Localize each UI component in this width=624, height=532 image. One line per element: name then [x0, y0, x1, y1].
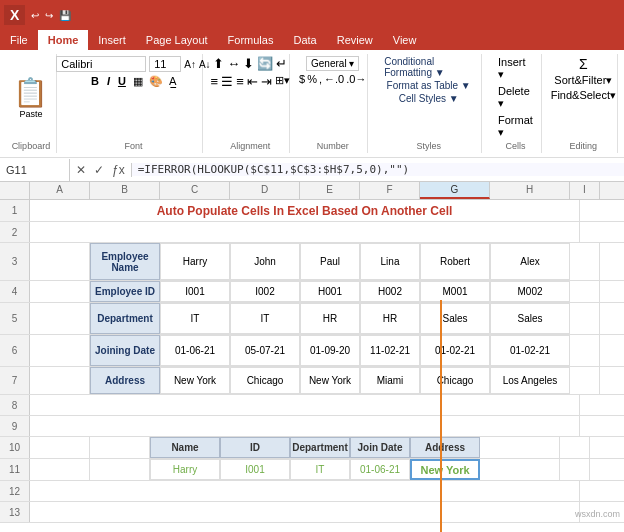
tab-data[interactable]: Data	[283, 30, 326, 50]
row-9: 9	[0, 416, 624, 437]
editing-label: Editing	[570, 139, 598, 151]
merge-cells-icon[interactable]: ⊞▾	[275, 74, 290, 89]
insert-function-icon[interactable]: ƒx	[110, 163, 127, 177]
border-icon[interactable]: ▦	[131, 75, 145, 88]
font-size-input[interactable]	[149, 56, 181, 72]
font-row1: A↑ A↓	[56, 56, 210, 72]
delete-cells-button[interactable]: Delete ▾	[498, 85, 533, 110]
font-name-input[interactable]	[56, 56, 146, 72]
undo-icon[interactable]: ↩	[31, 10, 39, 21]
r10-addr-hdr: Address	[410, 437, 480, 458]
alignment-content: ⬆ ↔ ⬇ 🔄 ↵ ≡ ☰ ≡ ⇤ ⇥ ⊞▾	[211, 56, 290, 139]
save-icon[interactable]: 💾	[59, 10, 71, 21]
decrease-decimal-icon[interactable]: ←.0	[324, 73, 344, 85]
format-as-table-button[interactable]: Format as Table ▼	[387, 80, 471, 91]
sum-button[interactable]: Σ	[579, 56, 588, 72]
r11-addr-val[interactable]: New York	[410, 459, 480, 480]
format-cells-button[interactable]: Format ▾	[498, 114, 533, 139]
tab-page-layout[interactable]: Page Layout	[136, 30, 218, 50]
decrease-indent-icon[interactable]: ⇤	[247, 74, 258, 89]
r5-i	[570, 303, 600, 334]
formula-input[interactable]: =IFERROR(HLOOKUP($C$11,$C$3:$H$7,5,0),""…	[132, 163, 624, 176]
col-header-h[interactable]: H	[490, 182, 570, 199]
row9-empty	[30, 416, 580, 436]
r3-i	[570, 243, 600, 280]
r6-d6: 01-02-21	[490, 335, 570, 366]
tab-insert[interactable]: Insert	[88, 30, 136, 50]
r10-id-hdr: ID	[220, 437, 290, 458]
cells-content: Insert ▾ Delete ▾ Format ▾	[498, 56, 533, 139]
col-header-d[interactable]: D	[230, 182, 300, 199]
italic-button[interactable]: I	[104, 74, 113, 88]
tab-home[interactable]: Home	[38, 30, 89, 50]
paste-button[interactable]: 📋 Paste	[9, 74, 52, 121]
comma-icon[interactable]: ,	[319, 73, 322, 85]
col-header-e[interactable]: E	[300, 182, 360, 199]
fill-color-icon[interactable]: 🎨	[147, 75, 165, 88]
redo-icon[interactable]: ↪	[45, 10, 53, 21]
r7-a	[30, 367, 90, 394]
align-bottom-icon[interactable]: ⬇	[243, 56, 254, 71]
row-7: 7 Address New York Chicago New York Miam…	[0, 367, 624, 395]
increase-decimal-icon[interactable]: .0→	[346, 73, 366, 85]
r10-name-hdr: Name	[150, 437, 220, 458]
tab-review[interactable]: Review	[327, 30, 383, 50]
r3-harry: Harry	[160, 243, 230, 280]
row-num-13: 13	[0, 502, 30, 522]
align-right-icon[interactable]: ≡	[236, 74, 244, 89]
currency-icon[interactable]: $	[299, 73, 305, 85]
r6-d4: 11-02-21	[360, 335, 420, 366]
number-format-dropdown[interactable]: General ▾	[306, 56, 359, 71]
cell-styles-button[interactable]: Cell Styles ▼	[399, 93, 459, 104]
r3-alex: Alex	[490, 243, 570, 280]
col-header-i[interactable]: I	[570, 182, 600, 199]
r10-i	[560, 437, 590, 458]
row-12: 12	[0, 481, 624, 502]
col-header-g[interactable]: G	[420, 182, 490, 199]
r11-h	[480, 459, 560, 480]
orientation-icon[interactable]: 🔄	[257, 56, 273, 71]
increase-indent-icon[interactable]: ⇥	[261, 74, 272, 89]
underline-button[interactable]: U	[115, 74, 129, 88]
tab-view[interactable]: View	[383, 30, 427, 50]
conditional-formatting-button[interactable]: Conditional Formatting ▼	[384, 56, 473, 78]
col-header-b[interactable]: B	[90, 182, 160, 199]
align-center-icon[interactable]: ☰	[221, 74, 233, 89]
bold-button[interactable]: B	[88, 74, 102, 88]
paste-icon: 📋	[13, 76, 48, 109]
confirm-formula-icon[interactable]: ✓	[92, 163, 106, 177]
clipboard-label: Clipboard	[12, 139, 51, 151]
r6-b: Joining Date	[90, 335, 160, 366]
row-10: 10 Name ID Department Join Date Address	[0, 437, 624, 459]
align-left-icon[interactable]: ≡	[211, 74, 219, 89]
font-color-icon[interactable]: A̲	[167, 75, 179, 88]
row2-empty	[30, 222, 580, 242]
row-4: 4 Employee ID I001 I002 H001 H002 M001 M…	[0, 281, 624, 303]
formula-icons: ✕ ✓ ƒx	[70, 163, 132, 177]
sort-button[interactable]: Sort&Filter▾	[554, 74, 612, 87]
percent-icon[interactable]: %	[307, 73, 317, 85]
r5-hr1: HR	[300, 303, 360, 334]
cell-reference-box[interactable]: G11	[0, 159, 70, 181]
row-5: 5 Department IT IT HR HR Sales Sales	[0, 303, 624, 335]
col-header-f[interactable]: F	[360, 182, 420, 199]
align-middle-icon[interactable]: ↔	[227, 56, 240, 71]
r10-jdate-hdr: Join Date	[350, 437, 410, 458]
r5-it1: IT	[160, 303, 230, 334]
insert-cells-button[interactable]: Insert ▾	[498, 56, 533, 81]
r7-i	[570, 367, 600, 394]
r5-a	[30, 303, 90, 334]
row-num-header	[0, 182, 30, 199]
find-button[interactable]: Find&Select▾	[551, 89, 616, 102]
r10-h	[480, 437, 560, 458]
col-header-c[interactable]: C	[160, 182, 230, 199]
cancel-formula-icon[interactable]: ✕	[74, 163, 88, 177]
tab-file[interactable]: File	[0, 30, 38, 50]
col-header-a[interactable]: A	[30, 182, 90, 199]
align-top-icon[interactable]: ⬆	[213, 56, 224, 71]
wrap-text-icon[interactable]: ↵	[276, 56, 287, 71]
decrease-font-icon[interactable]: A↓	[199, 59, 211, 70]
tab-formulas[interactable]: Formulas	[218, 30, 284, 50]
increase-font-icon[interactable]: A↑	[184, 59, 196, 70]
r10-dept-hdr: Department	[290, 437, 350, 458]
